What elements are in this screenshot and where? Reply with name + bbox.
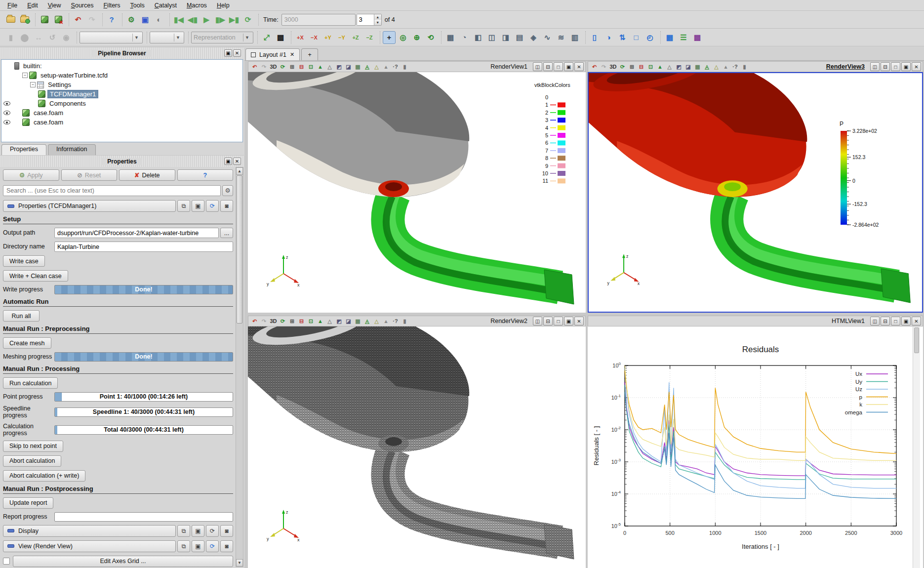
run-all-button[interactable]: Run all [3, 310, 40, 322]
html-view-scrollbar[interactable] [913, 326, 920, 568]
interactive-select-cells-icon[interactable]: ▴ [381, 62, 391, 72]
html-view-1-canvas[interactable]: 05001000150020002500300010010-110-210-31… [588, 326, 923, 568]
close-view-button[interactable]: ✕ [574, 317, 584, 325]
extract-subset-button[interactable]: ▤ [513, 31, 526, 44]
select-points-through-icon[interactable]: ◪ [344, 317, 353, 326]
vcr-previous-frame-button[interactable]: ◀▮ [186, 13, 199, 26]
rescale-over-time-button[interactable]: ◴ [643, 31, 656, 44]
ruler-source-button[interactable]: ⬤ [18, 31, 31, 44]
zoom-to-box-icon[interactable]: ⊞ [627, 62, 637, 72]
tab-properties[interactable]: Properties [1, 144, 46, 155]
write-case-button[interactable]: Write case [3, 255, 45, 267]
resize-rotate-button[interactable]: ↺ [46, 31, 59, 44]
group-datasets-button[interactable]: ▥ [568, 31, 581, 44]
view-group-header[interactable]: View (Render View) [3, 540, 176, 552]
clear-selection-icon[interactable]: ▮ [400, 317, 409, 326]
close-view-button[interactable]: ✕ [912, 62, 921, 71]
camera-undo-icon[interactable]: ↶ [250, 62, 259, 72]
clear-zoom-icon[interactable]: ⊟ [637, 62, 646, 72]
warp-filter-button[interactable]: ≋ [555, 31, 567, 44]
select-points-polygon-icon[interactable]: △ [372, 62, 381, 72]
float-view-button[interactable]: ▣ [564, 317, 573, 325]
select-cells-through-icon[interactable]: ◩ [674, 62, 683, 72]
eye-icon[interactable] [3, 111, 10, 115]
slice-filter-button[interactable]: ◫ [485, 31, 498, 44]
split-vertical-button[interactable]: ⊟ [543, 317, 553, 325]
split-horizontal-button[interactable]: ◫ [870, 317, 880, 325]
select-block-icon[interactable]: ▦ [353, 317, 362, 326]
select-cells-on-surface-icon[interactable]: ▲ [655, 62, 665, 72]
run-calculation-button[interactable]: Run calculation [3, 377, 58, 389]
pipeline-item-settings[interactable]: −Settings [1, 80, 242, 89]
eye-icon[interactable] [3, 101, 10, 106]
zoom-to-data-icon[interactable]: ⊡ [306, 317, 316, 326]
zoom-to-box-icon[interactable]: ⊞ [287, 317, 297, 326]
zoom-to-data-icon[interactable]: ⊡ [306, 62, 316, 72]
vtk-block-colors-legend[interactable]: vtkBlockColors01234567891011 [530, 81, 585, 200]
edit-axes-grid-button[interactable]: Edit Axes Grid ... [13, 556, 233, 567]
save-data-button[interactable] [18, 13, 31, 26]
apply-button[interactable]: ⚙Apply [3, 169, 59, 181]
help-button[interactable]: ? [105, 13, 118, 26]
set-view-plus-z-button[interactable]: +Z [349, 31, 362, 44]
select-block-icon[interactable]: ▦ [353, 62, 362, 72]
time-field[interactable] [281, 14, 356, 26]
scroll-up-icon[interactable]: ▲ [236, 167, 243, 175]
spin-up-icon[interactable]: ▲ [374, 14, 381, 20]
float-panel-icon[interactable]: ▣ [224, 158, 232, 165]
open-file-button[interactable] [4, 13, 17, 26]
pipeline-item-case-foam[interactable]: case.foam [1, 118, 242, 127]
reset-button[interactable]: ⊘Reset [61, 169, 118, 181]
expander-icon[interactable]: − [30, 82, 36, 87]
load-state-button[interactable] [38, 13, 51, 26]
show-center-button[interactable]: ⊕ [410, 31, 423, 44]
browse-output-path-button[interactable]: ... [220, 228, 233, 238]
render-view-3-canvas[interactable]: zxy P3.228e+02152.30-152.3-2.864e+02 [588, 72, 923, 313]
select-cells-polygon-icon[interactable]: ◬ [362, 62, 372, 72]
component-selector-combo[interactable]: ▼ [150, 32, 184, 43]
close-view-button[interactable]: ✕ [574, 62, 584, 71]
threshold-filter-button[interactable]: ◨ [499, 31, 512, 44]
add-layout-tab[interactable]: + [301, 48, 318, 60]
save-view-defaults-icon[interactable]: ◙ [220, 540, 233, 552]
hover-cells-tooltip-icon[interactable]: ·? [391, 317, 400, 326]
split-vertical-button[interactable]: ⊟ [881, 62, 890, 71]
scrollbar-thumb[interactable] [914, 327, 919, 353]
clear-selection-icon[interactable]: ▮ [400, 62, 409, 72]
properties-scrollbar[interactable]: ▲ ▼ [236, 167, 243, 567]
clear-zoom-icon[interactable]: ⊟ [297, 62, 306, 72]
pressure-color-legend[interactable]: P3.228e+02152.30-152.3-2.864e+02 [837, 120, 888, 234]
paste-properties-icon[interactable]: ▣ [192, 200, 204, 212]
maximize-view-button[interactable]: □ [891, 62, 900, 71]
menu-tools[interactable]: Tools [126, 1, 149, 10]
set-view-minus-x-button[interactable]: −X [308, 31, 321, 44]
select-cells-through-icon[interactable]: ◩ [334, 317, 344, 326]
select-points-through-icon[interactable]: ◪ [344, 62, 353, 72]
vcr-last-frame-button[interactable]: ▶▮ [228, 13, 241, 26]
menu-help[interactable]: Help [212, 1, 234, 10]
maximize-view-button[interactable]: □ [554, 62, 563, 71]
save-defaults-icon[interactable]: ◙ [220, 200, 233, 212]
save-display-defaults-icon[interactable]: ◙ [220, 525, 233, 537]
auto-apply-button[interactable]: ⚙ [125, 13, 138, 26]
abort-calculation-write-button[interactable]: Abort calculation (+ write) [3, 470, 85, 482]
select-cells-polygon-icon[interactable]: ◬ [362, 317, 372, 326]
select-cells-polygon-icon[interactable]: ◬ [702, 62, 712, 72]
vcr-first-frame-button[interactable]: ▮◀ [172, 13, 185, 26]
paste-display-icon[interactable]: ▣ [192, 525, 204, 537]
eye-icon[interactable] [3, 120, 10, 124]
set-view-plus-y-button[interactable]: +Y [321, 31, 334, 44]
clear-selection-icon[interactable]: ▮ [740, 62, 749, 72]
close-panel-icon[interactable]: ✕ [233, 158, 241, 165]
toggle-color-legend-button[interactable]: ▯ [588, 31, 601, 44]
interactive-select-cells-icon[interactable]: ▴ [381, 317, 391, 326]
close-layout-tab-icon[interactable]: ✕ [290, 51, 294, 58]
pipeline-item-tcfdmanager1[interactable]: TCFDManager1 [1, 89, 242, 99]
vcr-loop-button[interactable]: ⟳ [241, 13, 254, 26]
scroll-down-icon[interactable]: ▼ [236, 559, 243, 567]
select-cells-through-icon[interactable]: ◩ [334, 62, 344, 72]
array-selector-combo[interactable]: ▼ [80, 32, 143, 43]
abort-calculation-button[interactable]: Abort calculation [3, 455, 61, 467]
color-palette-button[interactable]: ◐ [153, 13, 165, 26]
set-view-minus-y-button[interactable]: −Y [335, 31, 348, 44]
